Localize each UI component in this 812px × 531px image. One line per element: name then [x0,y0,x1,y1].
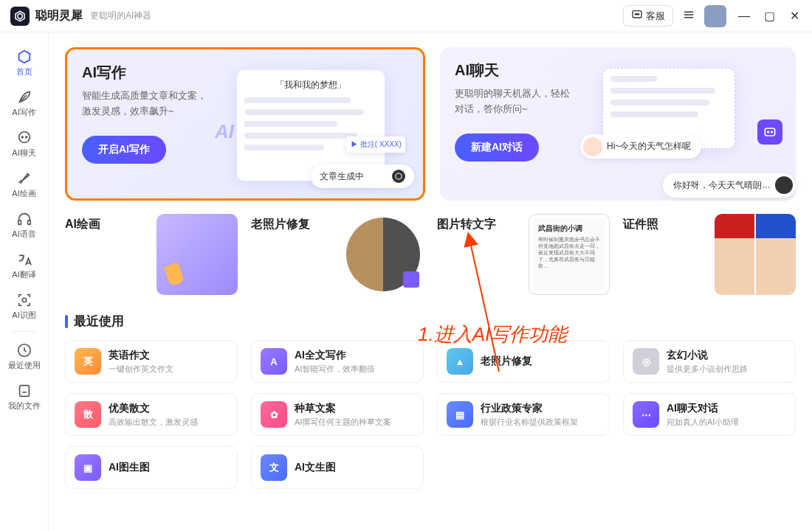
brush-icon [16,170,32,187]
svg-rect-18 [19,386,29,397]
hero-title: AI写作 [82,63,230,83]
svg-point-16 [22,298,27,302]
recent-card[interactable]: ▲老照片修复 [437,340,610,383]
new-chat-button[interactable]: 新建AI对话 [455,133,539,162]
recent-icon: 散 [75,401,101,428]
feature-ocr[interactable]: 图片转文字 武昌街的小调有时候到重庆跑步书总会不自觉地跑武昌街去走一回，最近发现… [437,214,610,295]
support-button[interactable]: 客服 [623,5,673,27]
svg-point-23 [771,131,773,133]
app-slogan: 更聪明的AI神器 [90,10,151,22]
svg-point-3 [635,14,636,15]
sidebar-item-recent[interactable]: 最近使用 [4,336,44,377]
sidebar-item-chat[interactable]: AI聊天 [4,124,44,164]
scan-icon [16,292,32,308]
chat-icon [631,9,643,23]
recent-card[interactable]: ◎玄幻小说提供更多小说创作思路 [623,340,796,383]
sidebar-item-voice[interactable]: AI语音 [4,205,44,246]
recent-card[interactable]: ▤行业政策专家根据行业名称提供政策框架 [437,393,610,436]
sidebar-item-ocr[interactable]: AI识图 [4,286,44,327]
menu-button[interactable] [682,8,695,24]
recent-name: AI文生图 [295,461,336,474]
recent-icon: ◎ [633,348,659,375]
recent-icon: ▣ [75,454,101,481]
sidebar-label: AI识图 [12,310,35,321]
feature-id-photo[interactable]: 证件照 [623,214,796,295]
recent-card[interactable]: ⋯AI聊天对话宛如真人的AI小助理 [623,393,796,436]
mock-annotation: ▶ 批注( XXXX) [346,136,405,153]
feature-title: 图片转文字 [437,217,496,295]
feature-row: AI绘画 老照片修复 图片转文字 武昌街的小调有时候到重庆跑步书总会不自觉地跑武… [65,214,796,295]
recent-card[interactable]: AAI全文写作AI智能写作，效率翻倍 [251,340,424,383]
svg-point-22 [768,131,769,133]
recent-icon: 英 [75,348,101,375]
sidebar-label: 首页 [16,66,32,77]
recent-icon: ⋯ [633,401,659,428]
feature-title: 老照片修复 [251,217,310,295]
hero-desc: 更聪明的聊天机器人，轻松 对话，答你所问~ [455,86,602,117]
minimize-button[interactable]: — [737,9,751,24]
app-name: 聪明灵犀 [35,8,83,24]
translate-icon [16,251,32,268]
hexagon-icon [16,49,32,65]
svg-rect-15 [27,221,30,225]
file-icon [16,383,32,399]
mock-editor: 「我和我的梦想」 ▶ 批注( XXXX) 文章生成中 [237,70,385,181]
recent-name: 种草文案 [295,402,391,415]
maximize-button[interactable]: ▢ [762,9,777,24]
hero-title: AI聊天 [455,60,602,80]
sidebar-label: AI聊天 [12,148,35,159]
feature-paint[interactable]: AI绘画 [65,214,238,295]
hero-ai-write[interactable]: AI写作 智能生成高质量文章和文案， 激发灵感，效率飙升~ 开启AI写作 AI … [65,47,425,201]
chat-bubble-user: Hi~今天的天气怎样呢 [580,134,701,159]
sidebar-item-translate[interactable]: AI翻译 [4,246,44,286]
sidebar-item-files[interactable]: 我的文件 [4,377,44,417]
mock-title: 「我和我的梦想」 [244,79,377,91]
recent-sub: 根据行业名称提供政策框架 [481,417,578,428]
sidebar-item-write[interactable]: AI写作 [4,83,44,124]
svg-point-4 [636,14,637,15]
recent-sub: 高效输出散文，激发灵感 [109,417,198,428]
sidebar-item-paint[interactable]: AI绘画 [4,164,44,205]
svg-marker-20 [396,173,402,180]
section-header: 最近使用 [65,313,796,330]
recent-name: 优美散文 [109,402,198,415]
sidebar-label: AI翻译 [12,269,35,280]
sidebar-item-home[interactable]: 首页 [4,43,44,83]
recent-name: 英语作文 [109,349,173,362]
thumb-ocr: 武昌街的小调有时候到重庆跑步书总会不自觉地跑武昌街去走一回，最近发现武昌街大大不… [529,214,610,295]
hero-desc: 智能生成高质量文章和文案， 激发灵感，效率飙升~ [82,88,230,119]
recent-icon: ▲ [447,348,473,375]
main-content: AI写作 智能生成高质量文章和文案， 激发灵感，效率飙升~ 开启AI写作 AI … [49,32,812,531]
sidebar-label: AI绘画 [12,188,35,199]
hexagon-icon [775,176,793,194]
recent-name: AI全文写作 [295,349,375,362]
svg-point-12 [21,136,23,138]
recent-card[interactable]: 文AI文生图 [251,446,424,489]
recent-card[interactable]: 散优美散文高效输出散文，激发灵感 [65,393,238,436]
app-logo [10,7,30,26]
feather-icon [16,89,32,105]
svg-marker-0 [16,11,24,21]
user-avatar[interactable] [704,5,726,27]
sidebar-label: AI语音 [12,229,35,240]
window-controls: — ▢ ✕ [737,9,802,24]
sidebar-label: 我的文件 [8,400,41,412]
chat-icon [16,130,32,146]
recent-card[interactable]: 英英语作文一键创作英文作文 [65,340,238,383]
recent-grid: 英英语作文一键创作英文作文AAI全文写作AI智能写作，效率翻倍▲老照片修复◎玄幻… [65,340,796,489]
recent-name: 行业政策专家 [481,402,578,415]
feature-photo-restore[interactable]: 老照片修复 [251,214,424,295]
thumb-photo [346,218,420,291]
close-button[interactable]: ✕ [787,9,802,24]
recent-card[interactable]: ✿种草文案AI撰写任何主题的种草文案 [251,393,424,436]
recent-card[interactable]: ▣AI图生图 [65,446,238,489]
feature-title: 证件照 [623,217,658,295]
sidebar-label: 最近使用 [8,360,41,371]
start-write-button[interactable]: 开启AI写作 [82,136,166,164]
recent-icon: 文 [261,454,287,481]
thumb-paint [156,214,238,295]
svg-marker-9 [18,51,30,63]
hero-ai-chat[interactable]: AI聊天 更聪明的聊天机器人，轻松 对话，答你所问~ 新建AI对话 Hi~今天的… [440,47,796,201]
svg-rect-21 [765,128,774,136]
svg-marker-1 [18,13,22,19]
